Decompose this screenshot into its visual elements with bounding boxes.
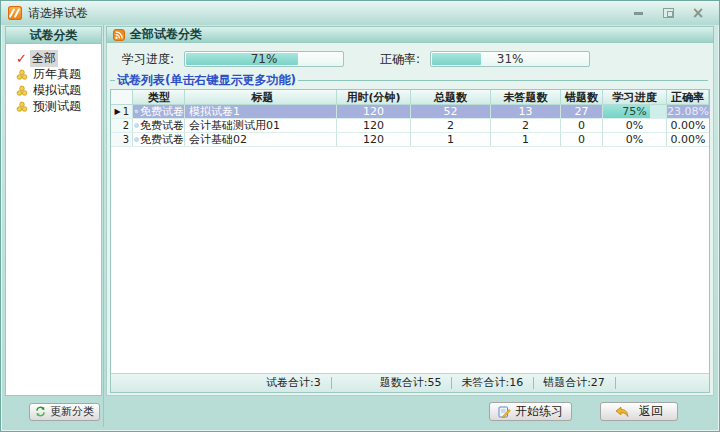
sidebar-item-label: 预测试题: [31, 98, 83, 115]
paper-progress-cell: 75%: [603, 105, 667, 118]
col-header-type[interactable]: 类型: [133, 90, 185, 104]
progress-label: 学习进度:: [122, 51, 174, 68]
action-bar: 开始练习 返回: [106, 396, 714, 427]
paper-type: 免费试卷: [140, 119, 184, 132]
paper-wrong: 0: [561, 119, 603, 132]
paper-table: 类型 标题 用时(分钟) 总题数 未答题数 错题数 学习进度 正确率 ▶1: [110, 89, 710, 393]
category-icon: [16, 85, 28, 97]
titlebar[interactable]: 请选择试卷 ×: [1, 1, 719, 25]
paper-type: 免费试卷: [140, 133, 184, 146]
study-progress-bar: 71%: [184, 51, 344, 67]
accuracy-value: 31%: [431, 52, 589, 66]
col-header-minutes[interactable]: 用时(分钟): [337, 90, 411, 104]
paper-disc-icon: [134, 120, 139, 131]
category-icon: [16, 101, 28, 113]
paper-total: 1: [411, 133, 491, 146]
summary-paper-count: 试卷合计:3: [266, 377, 332, 389]
study-progress-value: 71%: [185, 52, 343, 66]
table-row[interactable]: 2 免费试卷 会计基础测试用01 120 2 2 0 0% 0.00%: [111, 119, 709, 133]
category-tree: ✓ 全部 历年真题 模拟试题 预测试题: [6, 44, 101, 121]
col-header-wrong[interactable]: 错题数: [561, 90, 603, 104]
sidebar-item-all[interactable]: ✓ 全部: [8, 51, 99, 66]
col-header-progress[interactable]: 学习进度: [603, 90, 667, 104]
table-summary-bar: 试卷合计:3 题数合计:55 未答合计:16 错题合计:27: [111, 373, 709, 392]
red-check-icon: ✓: [16, 53, 27, 65]
col-header-unanswered[interactable]: 未答题数: [491, 90, 561, 104]
paper-progress: 0%: [603, 133, 667, 146]
paper-total: 52: [411, 105, 491, 118]
sidebar-item-label: 模拟试题: [31, 82, 83, 99]
paper-progress: 75%: [603, 105, 666, 118]
sidebar-item-past-papers[interactable]: 历年真题: [8, 67, 99, 82]
paper-disc-icon: [134, 106, 139, 117]
paper-unanswered: 2: [491, 119, 561, 132]
row-marker-icon: ▶: [114, 107, 120, 116]
row-number: 3: [123, 134, 129, 145]
refresh-icon: [35, 406, 46, 417]
paper-unanswered: 13: [491, 105, 561, 118]
close-icon[interactable]: ×: [691, 6, 705, 20]
refresh-categories-label: 更新分类: [50, 404, 94, 419]
sidebar-item-mock-papers[interactable]: 模拟试题: [8, 83, 99, 98]
col-header-accuracy[interactable]: 正确率: [667, 90, 709, 104]
window-title: 请选择试卷: [28, 5, 88, 22]
paper-accuracy: 23.08%: [667, 105, 709, 118]
main-header-label: 全部试卷分类: [130, 26, 202, 43]
paper-minutes: 120: [337, 119, 411, 132]
app-icon: [8, 6, 22, 20]
sidebar-item-predict-papers[interactable]: 预测试题: [8, 99, 99, 114]
summary-question-count: 题数合计:55: [380, 377, 453, 389]
col-header-total[interactable]: 总题数: [411, 90, 491, 104]
rss-icon: [113, 29, 125, 41]
back-icon: [615, 406, 629, 418]
paper-minutes: 120: [337, 105, 411, 118]
sidebar-item-label: 历年真题: [31, 66, 83, 83]
row-number: 1: [123, 106, 129, 117]
maximize-icon[interactable]: [661, 6, 675, 20]
accuracy-bar: 31%: [430, 51, 590, 67]
row-number-header: [111, 90, 133, 104]
paper-list-title: 试卷列表(单击右键显示更多功能): [110, 72, 708, 88]
paper-minutes: 120: [337, 133, 411, 146]
category-panel-header: 试卷分类: [6, 27, 101, 44]
stats-row: 学习进度: 71% 正确率: 31%: [110, 47, 710, 71]
paper-type: 免费试卷: [140, 105, 184, 118]
summary-unanswered-count: 未答合计:16: [461, 377, 534, 389]
main-panel-header: 全部试卷分类: [106, 26, 714, 43]
client-area: 试卷分类 ✓ 全部 历年真题 模拟试题: [5, 25, 715, 427]
paper-title: 模拟试卷1: [185, 105, 337, 118]
paper-unanswered: 1: [491, 133, 561, 146]
paper-disc-icon: [134, 134, 139, 145]
content-box: 学习进度: 71% 正确率: 31% 试卷列表(单击右键显示更多功能): [106, 43, 714, 396]
sidebar-item-label: 全部: [30, 50, 58, 67]
paper-progress: 0%: [603, 119, 667, 132]
table-row[interactable]: ▶1 免费试卷 模拟试卷1 120 52 13 27 75% 23: [111, 105, 709, 119]
start-practice-label: 开始练习: [515, 403, 563, 420]
sidebar: 试卷分类 ✓ 全部 历年真题 模拟试题: [5, 25, 103, 427]
table-empty-area: [111, 147, 709, 373]
summary-wrong-count: 错题合计:27: [543, 377, 616, 389]
dialog-window: 请选择试卷 × 试卷分类 ✓ 全部 历年真题: [0, 0, 720, 432]
main-panel: 全部试卷分类 学习进度: 71% 正确率: 31%: [103, 25, 715, 427]
category-icon: [16, 69, 28, 81]
paper-accuracy: 0.00%: [667, 133, 709, 146]
paper-total: 2: [411, 119, 491, 132]
back-button[interactable]: 返回: [600, 402, 678, 421]
start-practice-icon: [498, 405, 511, 418]
paper-title: 会计基础测试用01: [185, 119, 337, 132]
start-practice-button[interactable]: 开始练习: [489, 402, 572, 421]
table-header-row: 类型 标题 用时(分钟) 总题数 未答题数 错题数 学习进度 正确率: [111, 90, 709, 105]
category-panel: 试卷分类 ✓ 全部 历年真题 模拟试题: [5, 26, 102, 396]
paper-wrong: 0: [561, 133, 603, 146]
paper-title: 会计基础02: [185, 133, 337, 146]
col-header-title[interactable]: 标题: [185, 90, 337, 104]
paper-wrong: 27: [561, 105, 603, 118]
accuracy-label: 正确率:: [380, 51, 420, 68]
refresh-categories-button[interactable]: 更新分类: [29, 403, 100, 421]
row-number: 2: [123, 120, 129, 131]
minimize-icon[interactable]: [631, 6, 645, 20]
back-label: 返回: [639, 403, 663, 420]
paper-accuracy: 0.00%: [667, 119, 709, 132]
table-row[interactable]: 3 免费试卷 会计基础02 120 1 1 0 0% 0.00%: [111, 133, 709, 147]
